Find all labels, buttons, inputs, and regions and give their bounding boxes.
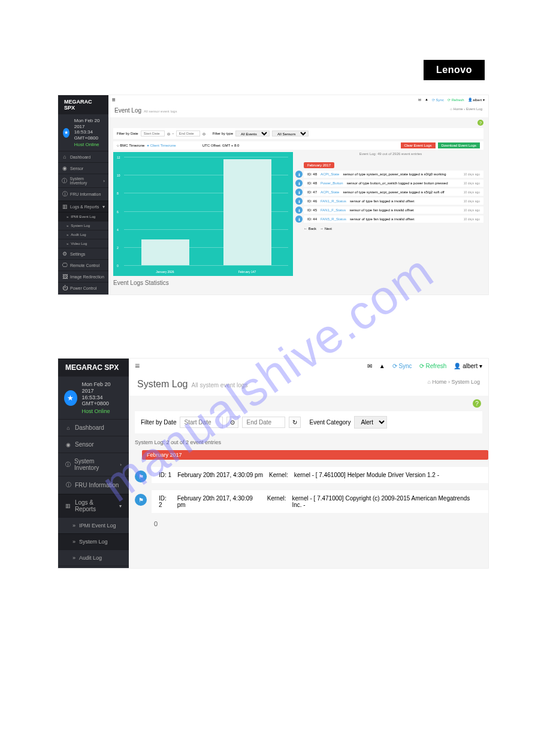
- help-icon[interactable]: ?: [473, 399, 481, 408]
- sidebar-item-system-inventory[interactable]: ⓘSystem Inventory›: [58, 174, 108, 187]
- event-row[interactable]: ⬇ID: 44 FAN5_R_Status sensor of type fan…: [304, 215, 483, 223]
- back-button[interactable]: ← Back: [304, 227, 316, 230]
- start-date-input[interactable]: [141, 130, 165, 136]
- sidebar-item-ipmi-log[interactable]: »IPMI Event Log: [58, 212, 108, 221]
- topbar: ≡ ✉ ▲ ⟳ Sync ⟳ Refresh 👤 albert ▾: [129, 359, 488, 373]
- y-tick: 2: [117, 246, 119, 250]
- date-line2: 16:53:34 GMT+0800: [82, 394, 123, 408]
- sensor-select[interactable]: All Sensors: [272, 130, 309, 136]
- host-status: Host Online: [82, 408, 123, 414]
- screenshot-event-log: MEGARAC SPX ★ Mon Feb 20 2017 16:53:34 G…: [58, 95, 489, 295]
- screenshot-system-log: MEGARAC SPX ★ Mon Feb 20 2017 16:53:34 G…: [58, 358, 489, 569]
- image-icon: 🖾: [62, 274, 68, 280]
- bar-feb: [223, 159, 271, 265]
- sidebar-item-video-log[interactable]: »Video Log: [58, 239, 108, 248]
- sidebar-item-audit-log[interactable]: »Audit Log: [58, 230, 108, 239]
- sidebar-item-fru[interactable]: ⓘFRU Information: [58, 187, 108, 201]
- sidebar-item-video-log[interactable]: »Video Log: [58, 566, 129, 569]
- download-logs-button[interactable]: Download Event Logs: [438, 142, 480, 148]
- event-row[interactable]: ⬇ID: 45 FAN1_F_Status sensor of type fan…: [304, 207, 483, 214]
- sidebar-item-system-log[interactable]: »System Log: [58, 533, 129, 549]
- flag-icon: ⚑: [135, 494, 147, 506]
- calendar-icon[interactable]: ⊙: [202, 132, 205, 136]
- refresh-button[interactable]: ⟳ Refresh: [448, 98, 464, 102]
- sidebar-item-dashboard[interactable]: ⌂Dashboard: [58, 151, 108, 162]
- bar-jan: [141, 239, 189, 265]
- log-row[interactable]: ⚑ ID: 1February 20th 2017, 4:30:09 pmKer…: [152, 467, 488, 483]
- sidebar-item-dashboard[interactable]: ⌂Dashboard: [58, 419, 129, 436]
- calendar-icon[interactable]: ↻: [289, 417, 301, 428]
- main-area: ≡ ✉ ▲ ⟳ Sync ⟳ Refresh 👤 albert ▾ System…: [129, 359, 488, 568]
- sync-button[interactable]: ⟳ Sync: [432, 98, 444, 102]
- filter-date-label: Filter by Date: [141, 419, 176, 426]
- event-icon: ⬇: [295, 198, 303, 205]
- dashboard-icon: ⌂: [62, 154, 68, 160]
- sidebar-item-audit-log[interactable]: »Audit Log: [58, 549, 129, 566]
- next-button[interactable]: → Next: [320, 227, 332, 230]
- sidebar-item-logs[interactable]: ▥Logs & Reports▾: [58, 201, 108, 212]
- sidebar-item-image-redirect[interactable]: 🖾Image Redirection: [58, 271, 108, 282]
- sidebar-item-ipmi-log[interactable]: »IPMI Event Log: [58, 517, 129, 533]
- event-type-select[interactable]: All Events: [235, 130, 270, 136]
- mail-icon[interactable]: ✉: [418, 98, 421, 102]
- sidebar-item-sensor[interactable]: ◉Sensor: [58, 436, 129, 453]
- end-date-input[interactable]: [176, 130, 200, 136]
- sidebar: MEGARAC SPX ★ Mon Feb 20 2017 16:53:34 G…: [58, 95, 108, 294]
- start-date-input[interactable]: [180, 417, 223, 428]
- user-menu[interactable]: 👤 albert ▾: [468, 98, 485, 102]
- y-tick: 6: [117, 210, 119, 214]
- event-row[interactable]: ⬇ID: 46 FAN1_R_Status sensor of type fan…: [304, 198, 483, 205]
- mail-icon[interactable]: ✉: [367, 363, 372, 369]
- warning-icon[interactable]: ▲: [379, 363, 385, 369]
- sidebar-item-remote[interactable]: 🖵Remote Control: [58, 259, 108, 271]
- chart-area: 12 10 8 6 4 2 0 January 2926: [113, 152, 293, 276]
- log-row[interactable]: ⚑ ID: 2February 20th 2017, 4:30:09 pmKer…: [152, 490, 488, 513]
- month-badge: February 2017: [304, 162, 334, 168]
- chevron-right-icon: ›: [103, 178, 105, 184]
- refresh-button[interactable]: ⟳ Refresh: [419, 363, 447, 369]
- y-tick: 0: [117, 264, 119, 268]
- info-icon: ⓘ: [65, 481, 71, 489]
- filter-bar: Filter by Date ⊙ ↻ Event Category Alert: [135, 411, 482, 433]
- sidebar-item-system-log[interactable]: »System Log: [58, 221, 108, 230]
- end-date-input[interactable]: [242, 417, 285, 428]
- sidebar-item-settings[interactable]: ⚙Settings: [58, 248, 108, 259]
- page-title: System LogAll system event logs: [137, 379, 247, 390]
- info-icon: ⓘ: [62, 190, 68, 198]
- y-tick: 8: [117, 192, 119, 195]
- date-line2: 16:53:34 GMT+0800: [74, 129, 104, 141]
- sidebar-item-fru[interactable]: ⓘFRU Information: [58, 476, 129, 494]
- category-select[interactable]: Alert: [354, 416, 387, 429]
- help-icon[interactable]: ?: [477, 120, 483, 126]
- user-menu[interactable]: 👤 albert ▾: [454, 363, 482, 369]
- x-label: February 147: [223, 270, 271, 274]
- dashboard-icon: ⌂: [65, 425, 71, 431]
- timeline: Event Log: 49 out of 2926 event entries …: [298, 152, 483, 290]
- sidebar-item-system-inventory[interactable]: ⓘSystem Inventory›: [58, 453, 129, 476]
- calendar-icon[interactable]: ⊙: [226, 417, 238, 428]
- event-row[interactable]: ⬇ID: 48 ACPI_State sensor of type system…: [304, 171, 483, 178]
- client-tz-radio[interactable]: ● Client Timezone: [147, 144, 176, 147]
- event-row[interactable]: ⬇ID: 47 ACPI_State sensor of type system…: [304, 189, 483, 196]
- gauge-icon: ◉: [65, 442, 71, 448]
- sidebar-item-sensor[interactable]: ◉Sensor: [58, 162, 108, 174]
- sidebar-item-logs[interactable]: ▥Logs & Reports▾: [58, 494, 129, 517]
- hamburger-icon[interactable]: ≡: [112, 96, 116, 103]
- sync-button[interactable]: ⟳ Sync: [392, 363, 412, 369]
- title-bar: System LogAll system event logs ⌂ Home ›…: [129, 373, 488, 396]
- sidebar-item-power[interactable]: ⏻Power Control: [58, 282, 108, 293]
- filter-type-label: Filter by type: [213, 132, 233, 135]
- clear-logs-button[interactable]: Clear Event Logs: [401, 142, 436, 148]
- brand: MEGARAC SPX: [58, 359, 129, 377]
- category-label: Event Category: [309, 419, 350, 426]
- calendar-icon[interactable]: ⊙: [167, 132, 170, 136]
- hamburger-icon[interactable]: ≡: [135, 361, 140, 371]
- chart-title: Event Logs Statistics: [113, 276, 293, 290]
- bmc-tz-radio[interactable]: ○ BMC Timezone: [117, 144, 144, 147]
- y-tick: 10: [117, 174, 120, 177]
- brand: MEGARAC SPX: [58, 95, 108, 114]
- event-icon: ⬇: [295, 215, 303, 223]
- warning-icon[interactable]: ▲: [425, 98, 428, 101]
- month-badge: February 2017: [142, 450, 488, 460]
- event-row[interactable]: ⬇ID: 48 Power_Button sensor of type butt…: [304, 180, 483, 187]
